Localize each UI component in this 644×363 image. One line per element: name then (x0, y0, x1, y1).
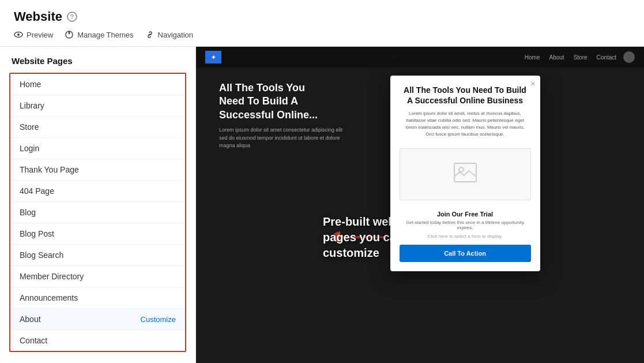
svg-point-6 (459, 167, 464, 172)
svg-rect-5 (454, 163, 476, 182)
sidebar-item-thank-you[interactable]: Thank You Page (10, 159, 185, 181)
sidebar-item-label: Contact (20, 336, 47, 345)
themes-label: Manage Themes (77, 31, 133, 39)
website-heading: All The Tools YouNeed To Build ASuccessf… (219, 81, 346, 122)
website-nav-link: About (549, 54, 564, 61)
website-avatar (623, 51, 635, 63)
website-nav-links: Home About Store Contact (525, 54, 616, 61)
website-nav-link: Contact (597, 54, 616, 61)
image-placeholder-icon (454, 163, 477, 186)
popup-form-hint: Click here to select a form to display. (400, 234, 531, 239)
customize-link[interactable]: Customize (141, 315, 176, 324)
website-topbar: ✦ Home About Store Contact (196, 47, 644, 68)
sidebar-item-contact[interactable]: Contact (10, 330, 185, 351)
sidebar-item-404[interactable]: 404 Page (10, 181, 185, 202)
title-row: Website ? (14, 9, 630, 24)
popup-header: All The Tools You Need To Build A Succes… (390, 76, 540, 143)
sidebar-item-blog-post[interactable]: Blog Post (10, 223, 185, 245)
website-logo: ✦ (205, 51, 221, 63)
sidebar-item-blog-search[interactable]: Blog Search (10, 245, 185, 266)
sidebar-item-label: Announcements (20, 293, 78, 302)
sidebar-item-label: Blog (20, 208, 36, 217)
sidebar-item-label: Blog Post (20, 229, 54, 238)
popup-title: All The Tools You Need To Build A Succes… (402, 85, 529, 106)
sidebar-item-label: Thank You Page (20, 165, 79, 174)
popup-image-placeholder (400, 148, 531, 200)
sidebar-item-label: About (20, 315, 41, 324)
navigation-nav-item[interactable]: Navigation (145, 30, 193, 39)
popup-footer: Join Our Free Trial Get started today be… (390, 206, 540, 271)
nav-toolbar: Preview Manage Themes Navigation (14, 28, 630, 42)
sidebar-item-store[interactable]: Store (10, 117, 185, 138)
popup-cta-section-title: Join Our Free Trial (400, 211, 531, 218)
sidebar-item-announcements[interactable]: Announcements (10, 287, 185, 309)
preview-nav-item[interactable]: Preview (14, 30, 53, 39)
popup-modal: × All The Tools You Need To Build A Succ… (390, 76, 540, 271)
pages-list: Home Library Store Login Thank You Page … (9, 73, 186, 352)
sidebar-item-about[interactable]: About Customize (10, 309, 185, 330)
link-icon (145, 30, 155, 39)
sidebar-item-label: Library (20, 101, 44, 110)
page-title: Website (14, 9, 62, 24)
popup-close-button[interactable]: × (530, 79, 535, 88)
sidebar-item-label: Store (20, 122, 39, 132)
website-nav-link: Store (574, 54, 587, 61)
preview-area: ✦ Home About Store Contact All The Tools… (196, 47, 644, 363)
website-bg: ✦ Home About Store Contact All The Tools… (196, 47, 644, 363)
sidebar-item-member-directory[interactable]: Member Directory (10, 266, 185, 287)
sidebar-item-label: Blog Search (20, 250, 63, 260)
sidebar-item-label: 404 Page (20, 186, 54, 196)
sidebar-item-label: Home (20, 80, 41, 89)
popup-cta-button[interactable]: Call To Action (400, 245, 531, 262)
eye-icon (14, 30, 23, 39)
sidebar-item-home[interactable]: Home (10, 74, 185, 95)
main-content: Website Pages Home Library Store Login T… (0, 47, 644, 363)
sidebar: Website Pages Home Library Store Login T… (0, 47, 196, 363)
sidebar-item-library[interactable]: Library (10, 95, 185, 117)
preview-label: Preview (27, 31, 53, 39)
navigation-label: Navigation (158, 31, 193, 39)
page-header: Website ? Preview Manage Themes (0, 0, 644, 47)
sidebar-item-blog[interactable]: Blog (10, 202, 185, 223)
popup-cta-body: Get started today before this once in a … (400, 220, 531, 230)
sidebar-item-login[interactable]: Login (10, 138, 185, 159)
sidebar-item-label: Member Directory (20, 272, 84, 281)
website-subtext: Lorem ipsum dolor sit amet consectetur a… (219, 126, 346, 150)
sidebar-title: Website Pages (0, 56, 195, 73)
themes-icon (65, 30, 74, 39)
sidebar-item-label: Login (20, 144, 39, 153)
help-icon[interactable]: ? (67, 12, 77, 22)
popup-body-text: Lorem ipsum dolor sit amet, metus at rho… (402, 110, 529, 138)
svg-point-1 (17, 33, 20, 36)
themes-nav-item[interactable]: Manage Themes (65, 30, 133, 39)
website-nav-link: Home (525, 54, 540, 61)
